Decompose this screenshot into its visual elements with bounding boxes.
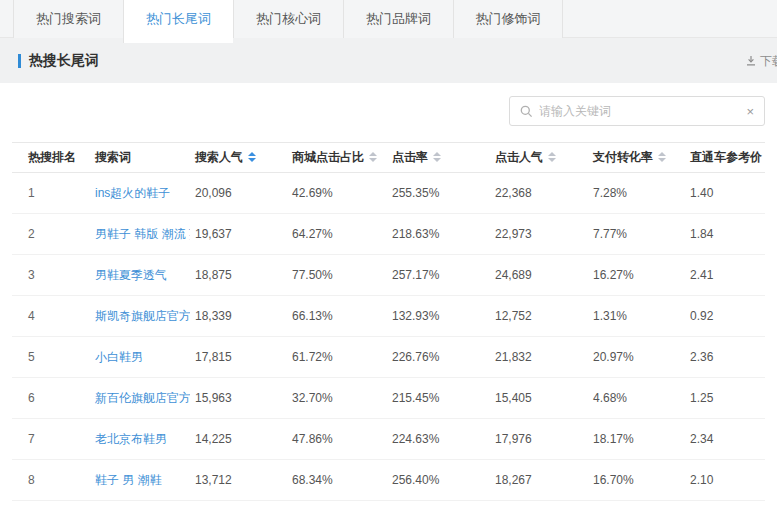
column-header-3[interactable]: 搜索人气 [190,143,287,173]
cell-pay_conversion: 7.77% [588,214,685,255]
cell-click_rate: 218.63% [387,214,490,255]
cell-pay_conversion: 16.70% [588,460,685,501]
search-icon [520,105,533,118]
keyword-link[interactable]: 男鞋夏季透气 [95,268,167,282]
tab-3[interactable]: 热门核心词 [233,0,343,38]
cell-rank: 3 [12,255,90,296]
cell-mall_click_ratio: 61.72% [287,337,387,378]
title-accent-bar [18,54,21,68]
page-title: 热搜长尾词 [29,52,99,70]
search-row: × [12,83,765,126]
table-header-row: 热搜排名搜索词搜索人气商城点击占比点击率点击人气支付转化率直通车参考价 [12,143,765,173]
cell-click_popularity: 22,368 [490,173,588,214]
cell-pay_conversion: 18.17% [588,419,685,460]
keyword-table: 热搜排名搜索词搜索人气商城点击占比点击率点击人气支付转化率直通车参考价 1ins… [12,142,765,501]
keyword-link[interactable]: 新百伦旗舰店官方正品 [95,391,190,405]
column-header-6[interactable]: 点击人气 [490,143,588,173]
cell-search_popularity: 15,963 [190,378,287,419]
keyword-link[interactable]: 鞋子 男 潮鞋 [95,473,162,487]
cell-keyword: 鞋子 男 潮鞋 [90,460,190,501]
cell-ztc_price: 1.84 [685,214,765,255]
keyword-link[interactable]: 男鞋子 韩版 潮流 英... [95,227,190,241]
column-header-7[interactable]: 支付转化率 [588,143,685,173]
column-label: 点击率 [392,150,428,164]
cell-click_rate: 257.17% [387,255,490,296]
cell-keyword: 斯凯奇旗舰店官方旗舰 [90,296,190,337]
column-label: 点击人气 [495,150,543,164]
table-row: 1ins超火的鞋子20,09642.69%255.35%22,3687.28%1… [12,173,765,214]
sort-icon[interactable] [658,152,666,162]
cell-ztc_price: 2.34 [685,419,765,460]
column-header-1: 热搜排名 [12,143,90,173]
cell-search_popularity: 18,339 [190,296,287,337]
tab-5[interactable]: 热门修饰词 [453,0,563,38]
keyword-link[interactable]: 老北京布鞋男 [95,432,167,446]
sort-icon[interactable] [369,152,377,162]
cell-mall_click_ratio: 77.50% [287,255,387,296]
cell-click_popularity: 12,752 [490,296,588,337]
cell-click_rate: 256.40% [387,460,490,501]
cell-search_popularity: 17,815 [190,337,287,378]
cell-rank: 7 [12,419,90,460]
cell-click_rate: 132.93% [387,296,490,337]
cell-ztc_price: 2.36 [685,337,765,378]
cell-click_popularity: 21,832 [490,337,588,378]
download-button[interactable]: 下载 [745,52,777,69]
cell-mall_click_ratio: 47.86% [287,419,387,460]
main-panel: × 热搜排名搜索词搜索人气商城点击占比点击率点击人气支付转化率直通车参考价 1i… [0,83,777,528]
table-row: 5小白鞋男17,81561.72%226.76%21,83220.97%2.36 [12,337,765,378]
sort-icon[interactable] [548,152,556,162]
cell-ztc_price: 1.40 [685,173,765,214]
cell-click_popularity: 24,689 [490,255,588,296]
cell-click_popularity: 22,973 [490,214,588,255]
tab-bar: 热门搜索词热门长尾词热门核心词热门品牌词热门修饰词 [0,0,777,38]
cell-search_popularity: 13,712 [190,460,287,501]
cell-pay_conversion: 7.28% [588,173,685,214]
sort-icon[interactable] [248,152,256,162]
table-row: 7老北京布鞋男14,22547.86%224.63%17,97618.17%2.… [12,419,765,460]
keyword-link[interactable]: 斯凯奇旗舰店官方旗舰 [95,309,190,323]
cell-mall_click_ratio: 66.13% [287,296,387,337]
cell-search_popularity: 14,225 [190,419,287,460]
cell-rank: 6 [12,378,90,419]
cell-search_popularity: 20,096 [190,173,287,214]
column-label: 支付转化率 [593,150,653,164]
cell-ztc_price: 1.25 [685,378,765,419]
search-box: × [509,96,765,126]
cell-ztc_price: 0.92 [685,296,765,337]
cell-rank: 4 [12,296,90,337]
column-label: 热搜排名 [28,150,76,164]
cell-mall_click_ratio: 42.69% [287,173,387,214]
cell-ztc_price: 2.10 [685,460,765,501]
cell-click_rate: 215.45% [387,378,490,419]
search-input[interactable] [539,104,740,118]
column-header-4[interactable]: 商城点击占比 [287,143,387,173]
cell-click_popularity: 15,405 [490,378,588,419]
table-row: 8鞋子 男 潮鞋13,71268.34%256.40%18,26716.70%2… [12,460,765,501]
column-header-8[interactable]: 直通车参考价 [685,143,765,173]
table-row: 6新百伦旗舰店官方正品15,96332.70%215.45%15,4054.68… [12,378,765,419]
section-header: 热搜长尾词 下载 [0,38,777,83]
tab-1[interactable]: 热门搜索词 [13,0,123,38]
cell-rank: 2 [12,214,90,255]
column-header-5[interactable]: 点击率 [387,143,490,173]
column-header-2: 搜索词 [90,143,190,173]
table-row: 3男鞋夏季透气18,87577.50%257.17%24,68916.27%2.… [12,255,765,296]
cell-rank: 5 [12,337,90,378]
cell-keyword: 新百伦旗舰店官方正品 [90,378,190,419]
keyword-link[interactable]: 小白鞋男 [95,350,143,364]
download-label: 下载 [760,52,777,69]
cell-click_rate: 226.76% [387,337,490,378]
table-row: 2男鞋子 韩版 潮流 英...19,63764.27%218.63%22,973… [12,214,765,255]
tab-2-active[interactable]: 热门长尾词 [123,0,233,43]
cell-ztc_price: 2.41 [685,255,765,296]
column-label: 直通车参考价 [690,150,762,164]
cell-pay_conversion: 16.27% [588,255,685,296]
cell-click_popularity: 18,267 [490,460,588,501]
keyword-link[interactable]: ins超火的鞋子 [95,186,170,200]
cell-mall_click_ratio: 32.70% [287,378,387,419]
column-label: 商城点击占比 [292,150,364,164]
tab-4[interactable]: 热门品牌词 [343,0,453,38]
clear-icon[interactable]: × [740,105,754,118]
sort-icon[interactable] [433,152,441,162]
